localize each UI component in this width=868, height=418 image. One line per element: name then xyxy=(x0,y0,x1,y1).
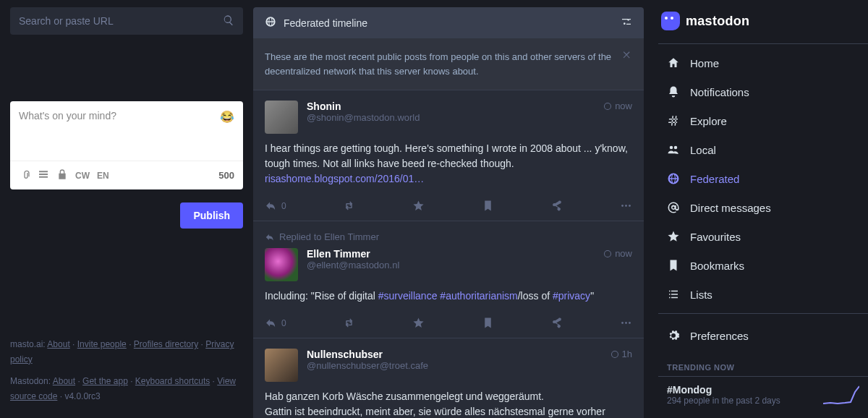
hashtag-icon xyxy=(667,114,680,127)
reply-icon xyxy=(265,232,275,242)
avatar[interactable] xyxy=(265,101,298,134)
boost-button[interactable] xyxy=(343,317,355,329)
trending-header: TRENDING NOW xyxy=(658,357,868,376)
nav-notifications[interactable]: Notifications xyxy=(658,77,868,106)
globe-icon xyxy=(610,350,619,359)
reply-button[interactable]: 0 xyxy=(265,317,286,329)
attach-icon[interactable] xyxy=(19,169,30,182)
display-name[interactable]: Shonin xyxy=(307,101,595,112)
handle[interactable]: @nullenschubser@troet.cafe xyxy=(307,360,602,371)
compose-placeholder: What's on your mind? xyxy=(19,110,116,152)
more-button[interactable] xyxy=(620,200,632,212)
svg-point-3 xyxy=(621,322,624,324)
compose-box: What's on your mind? 😂 CW EN 500 xyxy=(10,101,243,189)
status-content: I hear things are getting tough. Here's … xyxy=(265,141,632,187)
favourite-button[interactable] xyxy=(412,200,425,212)
sparkline-icon xyxy=(823,385,859,405)
about-link[interactable]: About xyxy=(47,339,69,349)
display-name[interactable]: Nullenschubser xyxy=(307,349,602,360)
trending-item[interactable]: #Mondog 294 people in the past 2 days xyxy=(658,376,868,413)
nav-dms[interactable]: Direct messages xyxy=(658,193,868,222)
svg-point-0 xyxy=(621,205,624,207)
share-button[interactable] xyxy=(550,200,563,212)
column-title: Federated timeline xyxy=(284,17,613,29)
reply-context[interactable]: Replied to Ellen Timmer xyxy=(265,231,632,242)
mastodon-logo-icon xyxy=(661,12,680,30)
trending-sub: 294 people in the past 2 days xyxy=(667,396,823,406)
emoji-picker-icon[interactable]: 😂 xyxy=(220,110,234,152)
visibility-icon[interactable] xyxy=(56,169,68,182)
boost-button[interactable] xyxy=(343,200,355,212)
display-name[interactable]: Ellen Timmer xyxy=(307,248,595,260)
users-icon xyxy=(667,143,680,156)
nav-lists[interactable]: Lists xyxy=(658,280,868,309)
invite-link[interactable]: Invite people xyxy=(77,339,127,349)
column-settings-icon[interactable] xyxy=(621,16,632,30)
publish-button[interactable]: Publish xyxy=(180,202,243,229)
link[interactable]: risashome.blogspot.com/2016/01… xyxy=(265,173,424,184)
app-about-link[interactable]: About xyxy=(53,376,75,386)
svg-point-2 xyxy=(629,205,631,207)
nav-local[interactable]: Local xyxy=(658,135,868,164)
close-icon[interactable] xyxy=(622,50,632,78)
svg-point-4 xyxy=(625,322,627,324)
search-input[interactable] xyxy=(19,15,223,27)
status[interactable]: Shonin @shonin@mastodon.world now I hear… xyxy=(253,90,644,221)
nav-bookmarks[interactable]: Bookmarks xyxy=(658,251,868,280)
nav-favourites[interactable]: Favourites xyxy=(658,222,868,251)
bookmark-button[interactable] xyxy=(482,200,494,212)
search-icon[interactable] xyxy=(223,14,234,28)
at-icon xyxy=(667,201,680,214)
shortcuts-link[interactable]: Keyboard shortcuts xyxy=(135,376,210,386)
char-count: 500 xyxy=(218,170,234,181)
avatar[interactable] xyxy=(265,349,298,382)
bookmark-button[interactable] xyxy=(482,317,494,329)
brand[interactable]: mastodon xyxy=(658,7,868,43)
home-icon xyxy=(667,56,680,69)
gear-icon xyxy=(667,329,680,342)
column-banner: These are the most recent public posts f… xyxy=(253,38,644,90)
reply-button[interactable]: 0 xyxy=(265,200,286,212)
handle[interactable]: @ellent@mastodon.nl xyxy=(307,260,595,270)
hashtag[interactable]: #privacy xyxy=(553,290,590,302)
globe-icon xyxy=(603,249,612,258)
list-icon xyxy=(667,288,680,301)
hashtag[interactable]: #surveillance xyxy=(378,290,438,302)
footer-app: Mastodon: About · Get the app · Keyboard… xyxy=(10,374,243,404)
timestamp[interactable]: 1h xyxy=(610,349,632,359)
version: v4.0.0rc3 xyxy=(64,391,100,401)
svg-point-5 xyxy=(629,322,631,324)
timestamp[interactable]: now xyxy=(603,101,632,111)
get-app-link[interactable]: Get the app xyxy=(82,376,128,386)
status[interactable]: Replied to Ellen Timmer Ellen Timmer @el… xyxy=(253,221,644,338)
svg-point-1 xyxy=(625,205,627,207)
lang-toggle[interactable]: EN xyxy=(97,171,109,181)
poll-icon[interactable] xyxy=(38,169,49,182)
bookmark-icon xyxy=(667,259,680,272)
nav-explore[interactable]: Explore xyxy=(658,106,868,135)
nav-federated[interactable]: Federated xyxy=(658,164,868,193)
handle[interactable]: @shonin@mastodon.world xyxy=(307,112,595,123)
star-icon xyxy=(667,230,680,243)
nav-home[interactable]: Home xyxy=(658,48,868,77)
status-content: Including: "Rise of digital #surveillanc… xyxy=(265,289,632,304)
search-bar[interactable] xyxy=(10,7,243,35)
status[interactable]: Nullenschubser @nullenschubser@troet.caf… xyxy=(253,338,644,418)
globe-icon xyxy=(603,102,612,111)
globe-icon xyxy=(667,172,680,185)
share-button[interactable] xyxy=(550,317,563,329)
cw-toggle[interactable]: CW xyxy=(75,171,90,181)
favourite-button[interactable] xyxy=(412,317,425,329)
status-content: Hab ganzen Korb Wäsche zusammengelegt un… xyxy=(265,389,632,418)
nav-preferences[interactable]: Preferences xyxy=(658,321,868,350)
more-button[interactable] xyxy=(620,317,632,329)
timestamp[interactable]: now xyxy=(603,248,632,259)
footer-instance: masto.ai: About · Invite people · Profil… xyxy=(10,337,243,367)
bell-icon xyxy=(667,85,680,98)
column-header: Federated timeline xyxy=(253,7,644,38)
hashtag[interactable]: #authoritarianism xyxy=(440,290,517,302)
profiles-link[interactable]: Profiles directory xyxy=(134,339,198,349)
compose-textarea[interactable]: What's on your mind? 😂 xyxy=(10,101,243,161)
globe-icon xyxy=(265,16,276,30)
avatar[interactable] xyxy=(265,248,298,281)
